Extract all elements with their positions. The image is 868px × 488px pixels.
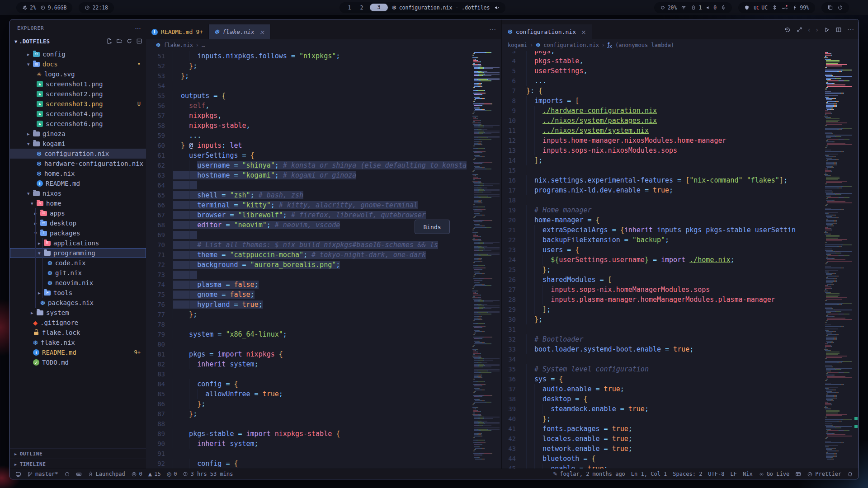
workspace-3[interactable]: 3 [370,4,388,11]
workspace-1[interactable]: 1 [345,5,354,11]
code-line[interactable]: 8imports = [ [502,96,859,106]
breadcrumb-item[interactable]: (anonymous lambda) [615,42,674,48]
code-line[interactable]: 66terminal = "kitty"; # kitty, alacritty… [146,200,501,210]
minimap[interactable] [824,51,852,469]
code-line[interactable]: 52}; [146,61,501,71]
refresh-icon[interactable] [126,38,132,44]
code-line[interactable]: 25}; [502,265,859,275]
code-line[interactable]: 13inputs.sops-nix.nixosModules.sops [502,145,859,155]
clock-pill[interactable]: 22:18 [79,2,114,13]
code-line[interactable]: 14]; [502,155,859,165]
code-line[interactable]: 70# List all themes: $ nix build nixpkgs… [146,240,501,250]
system-stats-pill[interactable]: 2%9.66GB [16,2,72,13]
code-line[interactable]: 65shell = "zsh"; # bash, zsh [146,190,501,200]
nix-icon[interactable]: ❆ [536,42,540,48]
tree-item-screenshot1-png[interactable]: ▲screenshot1.png [10,79,146,89]
code-line[interactable]: 91 [146,449,501,459]
tree-item-home[interactable]: ▾⌂home [10,198,146,208]
code-line[interactable]: 79system = "x86_64-linux"; [146,329,501,339]
code-line[interactable]: 32# Bootloader [502,334,859,344]
battery-level-item[interactable]: 99% [792,5,809,11]
tree-item-code-nix[interactable]: ❆code.nix [10,258,146,268]
code-line[interactable]: 53}; [146,71,501,81]
code-line[interactable]: 90inherit system; [146,439,501,449]
code-line[interactable]: 30}; [502,314,859,324]
code-line[interactable]: 88 [146,419,501,429]
code-line[interactable]: 55outputs = { [146,91,501,101]
tree-item-applications[interactable]: ▸⠿applications [10,238,146,248]
new-folder-icon[interactable] [116,38,123,44]
status-notifications[interactable] [847,471,853,477]
tree-item-todo-md[interactable]: ✓TODO.md [10,357,146,367]
tree-item-git-nix[interactable]: ❆git.nix [10,268,146,278]
code-line[interactable]: 11../nixos/system/system.nix [502,126,859,136]
code-line[interactable]: 61userSettings = { [146,150,501,160]
panel-section-timeline[interactable]: ▸TIMELINE [10,459,146,469]
code-line[interactable]: 4pkgs-stable, [502,56,859,66]
code-line[interactable]: 64 [146,180,501,190]
code-line[interactable]: 92config = { [146,459,501,469]
collapse-icon[interactable] [136,38,142,44]
status-record-count[interactable]: ◎0 [167,471,177,477]
minimap[interactable] [472,51,500,469]
status-keyboard-indicator[interactable] [76,471,82,477]
tree-item-config[interactable]: ▸⚙config [10,49,146,59]
code-line[interactable]: 54 [146,81,501,91]
status-cursor-position[interactable]: Ln 1, Col 1 [631,471,667,477]
tree-item-desktop[interactable]: ▸▭desktop [10,218,146,228]
code-line[interactable]: 21extraSpecialArgs = {inherit inputs pkg… [502,225,859,235]
tree-item-kogami[interactable]: ▾kogami [10,139,146,149]
tree-item-screenshot4-png[interactable]: ▲screenshot4.png [10,109,146,119]
code-line[interactable]: 81pkgs = import nixpkgs { [146,349,501,359]
code-line[interactable]: 36sys = { [502,374,859,384]
breadcrumb-item[interactable]: configuration.nix [543,42,599,48]
code-line[interactable]: 7}: { [502,86,859,96]
compare-icon[interactable] [796,27,802,33]
code-line[interactable]: 62username = "shinya"; # konsta or shiny… [146,160,501,170]
tree-item-programming[interactable]: ▾programming [10,248,146,258]
code-line[interactable]: 80 [146,339,501,349]
code-line[interactable]: 31 [502,324,859,334]
code-editor-flake-nix[interactable]: 51inputs.nixpkgs.follows = "nixpkgs";52}… [146,51,501,469]
code-line[interactable]: 57nixpkgs, [146,111,501,121]
power-item[interactable] [837,5,843,10]
wifi-item[interactable] [681,5,687,10]
status-git-branch[interactable]: master* [27,471,58,477]
code-line[interactable]: 83 [146,369,501,379]
code-line[interactable]: 6... [502,76,859,86]
editor-more-actions-icon[interactable]: ⋯ [489,25,496,34]
code-line[interactable]: 18 [502,195,859,205]
code-line[interactable]: 78 [146,319,501,329]
new-file-icon[interactable] [106,38,113,44]
bluetooth-item[interactable] [772,5,778,10]
status-encoding[interactable]: UTF-8 [708,471,724,477]
vpn-shield-item[interactable] [744,5,750,10]
status-git-blame[interactable]: ✎foglar, 2 months ago [553,471,625,477]
code-line[interactable]: 19# Home manager [502,205,859,215]
code-line[interactable]: 89pkgs-stable = import nixpkgs-stable { [146,429,501,439]
status-remote-window[interactable] [15,471,21,477]
code-line[interactable]: 87}; [146,409,501,419]
memory-usage-item[interactable]: 9.66GB [40,5,67,11]
code-line[interactable]: 67browser = "librewolf"; # firefox, libr… [146,210,501,220]
tree-item-packages[interactable]: ▾↑packages [10,228,146,238]
chev-right-icon[interactable]: › [816,25,818,34]
code-line[interactable]: 73 [146,270,501,280]
panel-section-outline[interactable]: ▸OUTLINE [10,448,146,459]
status-wakatime[interactable]: 3 hrs 53 mins [183,471,233,477]
clock-item[interactable]: 22:18 [85,5,108,11]
tree-item-nixos[interactable]: ▾nixos [10,188,146,198]
tree-item--gitignore[interactable]: ◆.gitignore [10,318,146,328]
workspace-2[interactable]: 2 [358,5,366,11]
nix-icon[interactable]: ❆ [156,42,160,48]
tree-item-flake-nix[interactable]: ❆flake.nix [10,338,146,347]
fx-icon[interactable]: ƒx [608,42,612,49]
code-line[interactable]: 41fonts.packages = true; [502,424,859,434]
tray-pill[interactable]: UCUC99% [738,2,815,13]
code-line[interactable]: 27inputs.sops-nix.homeManagerModules.sop… [502,285,859,295]
code-line[interactable]: 26sharedModules = [ [502,275,859,285]
code-line[interactable]: 72background = "aurora_borealis.png"; [146,260,501,270]
code-line[interactable]: 22backupFileExtension = "backup"; [502,235,859,245]
status-prettier[interactable]: Prettier [807,471,841,477]
session-pill[interactable] [821,2,849,13]
